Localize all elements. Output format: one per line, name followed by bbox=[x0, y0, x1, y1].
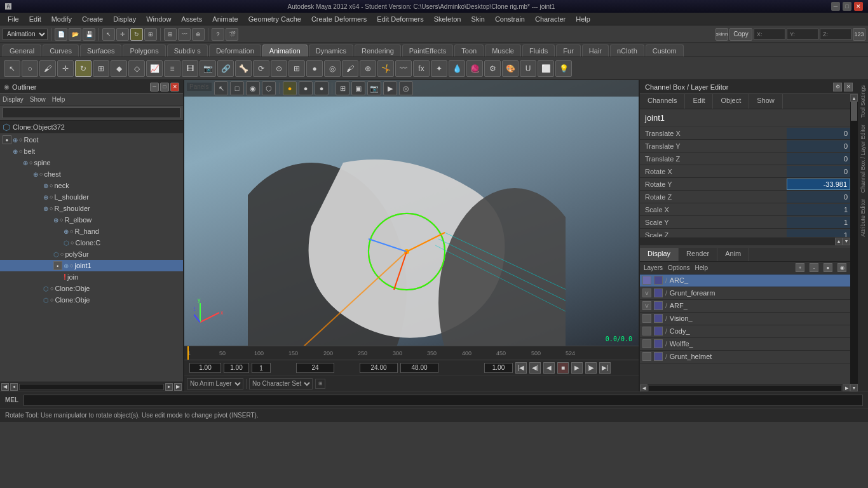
layer-cody-v-btn[interactable] bbox=[642, 327, 651, 336]
outliner-search-input[interactable] bbox=[3, 107, 180, 118]
layer-arc-vis[interactable] bbox=[654, 276, 663, 285]
outliner-menu-display[interactable]: Display bbox=[3, 96, 24, 103]
tree-item-clone-obj2[interactable]: ⬡ ○ Clone:Obje bbox=[0, 294, 183, 306]
no-char-set-select[interactable]: No Character Set bbox=[249, 378, 313, 390]
icon-camera[interactable]: 📷 bbox=[200, 60, 216, 77]
icon-anim-key[interactable]: ◆ bbox=[111, 60, 127, 77]
layer-grunt-helmet[interactable]: / Grunt_helmet bbox=[640, 351, 850, 363]
ch-menu-object[interactable]: Object bbox=[713, 94, 749, 109]
menu-modify[interactable]: Modify bbox=[46, 14, 77, 24]
icon-constraint[interactable]: 🔗 bbox=[217, 60, 234, 77]
menu-help[interactable]: Help bbox=[571, 14, 595, 24]
layer-wolffe-v-btn[interactable] bbox=[642, 339, 651, 348]
icon-key-anim[interactable]: ◇ bbox=[128, 60, 145, 77]
tree-item-r-shoulder[interactable]: ⊕ ○ R_shoulder bbox=[0, 203, 183, 214]
layer-arf[interactable]: V / ARF_ bbox=[640, 300, 850, 313]
layer-helmet-v-btn[interactable] bbox=[642, 352, 651, 361]
tree-item-r-elbow[interactable]: ⊕ ○ R_elbow bbox=[0, 214, 183, 226]
layer-grunt-v-btn[interactable]: V bbox=[642, 288, 651, 297]
ch-translate-z-value[interactable] bbox=[787, 153, 850, 165]
icon-dope-sheet[interactable]: ≡ bbox=[164, 60, 180, 77]
scroll-left-btn[interactable]: ◀ bbox=[1, 383, 9, 391]
menu-file[interactable]: File bbox=[3, 14, 24, 24]
icon-graph-editor[interactable]: 📈 bbox=[146, 60, 163, 77]
scroll-right-btn[interactable]: ▶ bbox=[174, 383, 182, 391]
icon-light[interactable]: 💡 bbox=[555, 60, 572, 77]
layer-grunt-checkbox[interactable] bbox=[654, 288, 663, 297]
layer-wolffe-checkbox[interactable] bbox=[654, 339, 663, 348]
icon-trax[interactable]: 🎞 bbox=[182, 60, 198, 77]
menu-window[interactable]: Window bbox=[141, 14, 176, 24]
go-start-btn[interactable]: |◀ bbox=[515, 362, 527, 374]
menu-character[interactable]: Character bbox=[530, 14, 571, 24]
layer-arf-v-btn[interactable]: V bbox=[642, 301, 651, 310]
vp-display-mode-1[interactable]: ● bbox=[283, 81, 297, 95]
outliner-close[interactable]: ✕ bbox=[170, 83, 179, 92]
menu-skeleton[interactable]: Skeleton bbox=[429, 14, 466, 24]
layer-grunt-forearm[interactable]: V / Grunt_forearm bbox=[640, 287, 850, 300]
icon-uv[interactable]: U bbox=[520, 60, 536, 77]
vis-joint1[interactable]: ▪ bbox=[53, 261, 62, 270]
close-button[interactable]: ✕ bbox=[854, 2, 863, 11]
move-tool[interactable]: ✛ bbox=[116, 28, 129, 41]
tree-item-joint1[interactable]: ▪ ⊕ ○ joint1 bbox=[0, 260, 183, 271]
layer-vision[interactable]: / Vision_ bbox=[640, 313, 850, 325]
layer-arf-checkbox[interactable] bbox=[654, 301, 663, 310]
tab-fluids[interactable]: Fluids bbox=[522, 44, 555, 57]
stop-btn[interactable]: ■ bbox=[557, 362, 569, 374]
snap-curve[interactable]: 〰 bbox=[178, 28, 191, 41]
layer-vision-v-btn[interactable] bbox=[642, 314, 651, 323]
tab-hair[interactable]: Hair bbox=[582, 44, 609, 57]
ch-translate-z[interactable]: Translate Z bbox=[640, 152, 850, 165]
icon-expression[interactable]: fx bbox=[413, 60, 430, 77]
char-set-settings-btn[interactable]: ⊞ bbox=[315, 379, 325, 389]
tab-subdivs[interactable]: Subdiv s bbox=[167, 44, 208, 57]
side-tab-attribute-editor[interactable]: Attribute Editor bbox=[858, 196, 867, 240]
layers-menu-help[interactable]: Help bbox=[695, 264, 708, 271]
ch-scale-x[interactable]: Scale X bbox=[640, 203, 850, 216]
outliner-menu-help[interactable]: Help bbox=[52, 96, 65, 103]
tree-item-clone-obj1[interactable]: ⬡ ○ Clone:Obje bbox=[0, 283, 183, 294]
ch-translate-x-value[interactable] bbox=[787, 128, 850, 139]
tab-general[interactable]: General bbox=[3, 44, 41, 57]
range-max-field[interactable] bbox=[400, 363, 438, 373]
scroll-right2-btn[interactable]: ▸ bbox=[165, 383, 173, 391]
icon-cluster[interactable]: ⊙ bbox=[271, 60, 287, 77]
vp-playblast-btn[interactable]: ▶ bbox=[383, 81, 397, 95]
icon-scale[interactable]: ⊞ bbox=[93, 60, 109, 77]
disp-tab-render[interactable]: Render bbox=[679, 248, 717, 261]
menu-constrain[interactable]: Constrain bbox=[490, 14, 530, 24]
tree-item-join-child[interactable]: ! join bbox=[0, 271, 183, 283]
play-fwd-btn[interactable]: ▶ bbox=[571, 362, 583, 374]
step-back-btn[interactable]: ◀| bbox=[529, 362, 541, 374]
tree-item-chest[interactable]: ⊕ ○ chest bbox=[0, 168, 183, 180]
vp-render-mode[interactable]: ◉ bbox=[246, 81, 260, 95]
vp-isolate-btn[interactable]: ◎ bbox=[399, 81, 413, 95]
tab-dynamics[interactable]: Dynamics bbox=[309, 44, 353, 57]
layer-scroll-right[interactable]: ▶ bbox=[843, 384, 850, 391]
icon-cloth[interactable]: 🧶 bbox=[466, 60, 483, 77]
history-button[interactable]: ? bbox=[212, 28, 224, 41]
workspace-selector[interactable]: Animation bbox=[3, 29, 48, 40]
menu-assets[interactable]: Assets bbox=[176, 14, 207, 24]
mel-input[interactable] bbox=[24, 395, 863, 406]
tab-muscle[interactable]: Muscle bbox=[485, 44, 521, 57]
no-anim-layer-select[interactable]: No Anim Layer bbox=[187, 378, 243, 390]
ch-rotate-y-value[interactable] bbox=[787, 179, 850, 190]
ch-translate-y-value[interactable] bbox=[787, 140, 850, 152]
ch-scale-y-value[interactable] bbox=[787, 217, 850, 228]
icon-paint-skin[interactable]: 🖌 bbox=[342, 60, 358, 77]
layers-menu-options[interactable]: Options bbox=[668, 264, 689, 271]
timeline-ruler[interactable]: 1 50 100 150 200 250 300 350 400 450 500… bbox=[184, 346, 639, 360]
icon-render-settings[interactable]: ⚙ bbox=[484, 60, 501, 77]
vp-filter-btn[interactable]: ▣ bbox=[351, 81, 365, 95]
tree-item-clone-c[interactable]: ⬡ ○ Clone:C bbox=[0, 237, 183, 248]
outliner-maximize[interactable]: □ bbox=[160, 83, 169, 92]
rotate-tool[interactable]: ↻ bbox=[130, 28, 143, 41]
tab-animation[interactable]: Animation bbox=[262, 44, 308, 57]
step-fwd-btn[interactable]: |▶ bbox=[585, 362, 597, 374]
outliner-minimize[interactable]: ─ bbox=[150, 83, 159, 92]
menu-skin[interactable]: Skin bbox=[466, 14, 489, 24]
tab-surfaces[interactable]: Surfaces bbox=[80, 44, 121, 57]
vp-select-mode[interactable]: ↖ bbox=[214, 81, 228, 95]
